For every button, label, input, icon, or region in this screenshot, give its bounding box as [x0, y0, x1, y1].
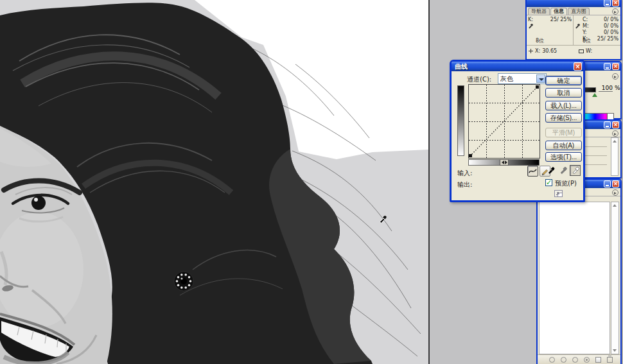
portrait-photo [0, 0, 428, 364]
width-label: W: [586, 48, 592, 54]
output-gradient-bar [457, 85, 464, 156]
curve-point-highlight[interactable] [536, 85, 539, 89]
minimize-icon[interactable] [604, 180, 611, 187]
adjustment-layer-icon[interactable] [584, 357, 590, 363]
eyedropper-icon [574, 23, 581, 30]
document-canvas[interactable] [0, 0, 430, 364]
auto-button[interactable]: 自动(A) [545, 141, 582, 150]
photoshop-workspace: × 导航器 信息 直方图 K: 25/ 25% 8位 [0, 0, 623, 364]
yellow-value: 0/ 0% [604, 30, 619, 36]
eye-iris [31, 196, 46, 210]
x-coordinate-value: 30.65 [542, 48, 557, 54]
scroll-up-icon[interactable] [613, 140, 617, 143]
panel-menu-icon[interactable] [612, 8, 619, 15]
smooth-button: 平滑(M) [545, 128, 582, 137]
scrollbar[interactable] [611, 202, 619, 354]
load-button[interactable]: 载入(L)... [545, 101, 582, 110]
gray-eyedropper-icon [559, 166, 568, 175]
gray-slider-value[interactable]: 100 [599, 85, 613, 92]
preview-label: 预览(P) [555, 179, 577, 188]
cancel-button[interactable]: 取消 [545, 88, 582, 98]
panel-menu-icon[interactable] [612, 73, 619, 80]
curve-point-shadow[interactable] [469, 154, 472, 157]
scroll-down-icon[interactable] [613, 349, 617, 352]
gray-point-dropper[interactable] [557, 165, 568, 176]
selection-size-icon [579, 49, 584, 53]
gray-slider-thumb[interactable] [592, 93, 597, 97]
crosshair-icon [529, 49, 533, 53]
eyedropper-icon [527, 23, 534, 30]
layer-link-icon[interactable] [549, 357, 555, 363]
minimize-icon[interactable] [604, 63, 611, 70]
curve-tool-button[interactable] [527, 166, 538, 177]
white-eyedropper-icon [571, 166, 580, 175]
magenta-value: 0/ 0% [604, 23, 619, 30]
x-coordinate-label: X: [535, 48, 540, 54]
close-icon[interactable]: × [574, 62, 582, 71]
panel-menu-icon[interactable] [612, 130, 619, 137]
ok-button[interactable]: 确定 [545, 76, 582, 85]
preview-checkbox[interactable]: ✓ [545, 179, 552, 186]
layer-style-icon[interactable] [561, 357, 566, 363]
options-button[interactable]: 选项(T)... [545, 152, 582, 162]
resize-grip-icon[interactable] [554, 190, 563, 197]
channel-label: 通道(C): [467, 75, 491, 84]
gray-channel-value: 25/ 25% [550, 17, 572, 23]
output-label: 输出: [457, 180, 472, 189]
percent-label: % [615, 85, 620, 91]
input-gradient-bar [468, 159, 540, 166]
layers-list[interactable] [539, 202, 610, 354]
close-icon[interactable]: × [612, 63, 619, 70]
channel-value: 灰色 [500, 75, 513, 82]
magenta-label: M: [583, 23, 592, 30]
bit-depth-left: 8位 [536, 37, 544, 44]
gray-channel-label: K: [528, 17, 537, 23]
minimize-icon[interactable] [604, 0, 611, 6]
black-value: 25/ 25% [597, 36, 619, 42]
tab-info[interactable]: 信息 [550, 8, 567, 15]
channel-select[interactable]: 灰色 [498, 73, 547, 84]
close-icon[interactable]: × [612, 180, 619, 187]
cyan-value: 0/ 0% [604, 17, 619, 23]
info-readouts: K: 25/ 25% 8位 C: 0/ 0% M: [527, 15, 620, 58]
close-icon[interactable]: × [612, 0, 619, 6]
curves-dialog: 曲线 × 通道(C): 灰色 [450, 60, 585, 202]
bit-depth-right: 8位 [583, 37, 591, 44]
black-eyedropper-icon [547, 166, 556, 175]
layers-footer [538, 354, 620, 364]
curves-titlebar[interactable]: 曲线 × [452, 62, 583, 71]
scroll-up-icon[interactable] [613, 204, 617, 207]
tab-histogram[interactable]: 直方图 [568, 8, 590, 15]
white-swatch[interactable] [607, 114, 613, 119]
eyedropper-cursor [378, 214, 388, 225]
yellow-label: Y: [583, 30, 592, 36]
delete-layer-icon[interactable] [607, 357, 613, 363]
cyan-label: C: [583, 17, 592, 23]
tab-navigator[interactable]: 导航器 [528, 8, 550, 15]
minimize-icon[interactable] [604, 121, 611, 128]
input-label: 输入: [457, 169, 472, 178]
chevron-down-icon[interactable] [536, 74, 545, 83]
dialog-title: 曲线 [453, 62, 468, 71]
info-panel-titlebar[interactable]: × [527, 0, 620, 7]
earring [174, 272, 193, 291]
save-button[interactable]: 存储(S)... [545, 113, 582, 123]
layer-mask-icon[interactable] [572, 357, 578, 363]
panel-menu-icon[interactable] [612, 189, 619, 196]
midtone-marker[interactable] [500, 159, 509, 166]
layers-panel: × [536, 178, 622, 364]
info-panel-tabs: 导航器 信息 直方图 [527, 7, 620, 15]
info-panel: × 导航器 信息 直方图 K: 25/ 25% 8位 [525, 0, 622, 60]
black-point-dropper[interactable] [545, 165, 556, 176]
white-point-dropper[interactable] [570, 165, 581, 176]
new-layer-icon[interactable] [595, 357, 601, 363]
curve-grid[interactable] [468, 84, 540, 159]
curve-tool-icon [528, 166, 538, 176]
close-icon[interactable]: × [612, 121, 619, 128]
scrollbar[interactable] [611, 137, 619, 176]
